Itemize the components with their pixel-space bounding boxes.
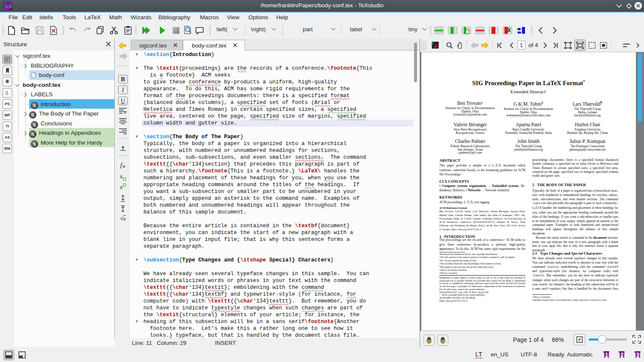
svg-text:3: 3 — [636, 352, 639, 358]
svg-text:1: 1 — [605, 352, 608, 358]
svg-text:2: 2 — [620, 352, 623, 358]
